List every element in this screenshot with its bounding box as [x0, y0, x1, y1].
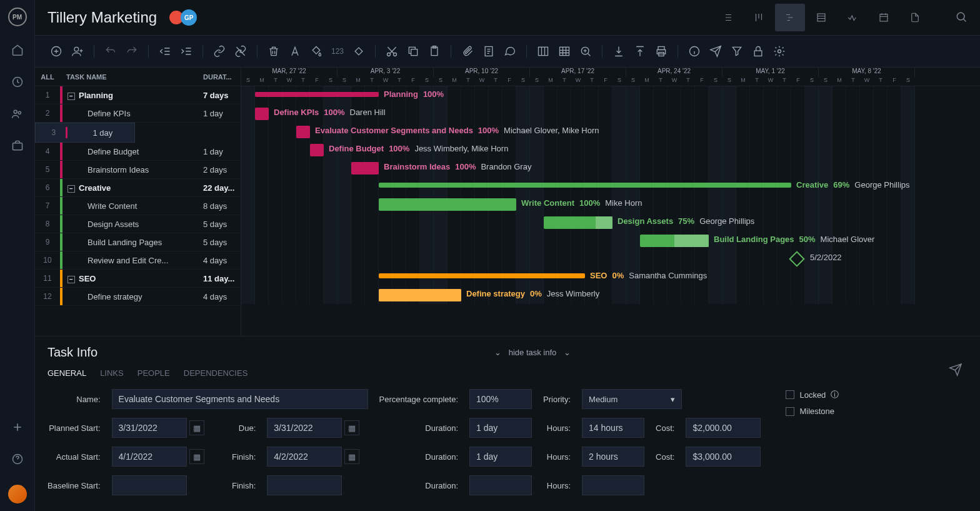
- add-resource-icon[interactable]: [69, 43, 86, 60]
- panel-tab[interactable]: PEOPLE: [138, 368, 170, 378]
- hours-input[interactable]: [582, 418, 644, 438]
- planned-start-label: Planned Start:: [48, 423, 101, 433]
- import-icon[interactable]: [610, 43, 628, 60]
- duration2-input[interactable]: [469, 447, 532, 467]
- undo-icon[interactable]: [102, 43, 119, 60]
- baseline-finish-input[interactable]: [267, 475, 342, 495]
- col-all[interactable]: ALL: [35, 73, 60, 81]
- milestone-checkbox[interactable]: Milestone: [786, 407, 834, 416]
- left-rail: PM: [0, 0, 35, 511]
- hours2-input[interactable]: [582, 447, 644, 467]
- cost2-input[interactable]: [686, 447, 761, 467]
- locked-checkbox[interactable]: Locked ⓘ: [786, 389, 839, 400]
- info-icon[interactable]: [686, 43, 703, 60]
- calendar-icon[interactable]: ▦: [189, 420, 204, 435]
- zoom-icon[interactable]: [577, 43, 594, 60]
- app-logo[interactable]: PM: [8, 8, 27, 26]
- user-avatar[interactable]: [8, 485, 27, 503]
- due-input[interactable]: [267, 418, 342, 438]
- view-files-icon[interactable]: [900, 4, 930, 31]
- task-row[interactable]: 9 Build Landing Pages 5 days: [35, 233, 241, 251]
- milestone-icon[interactable]: [350, 43, 368, 60]
- task-row[interactable]: 4 Define Budget 1 day: [35, 143, 241, 161]
- actual-start-label: Actual Start:: [48, 452, 101, 462]
- recent-icon[interactable]: [11, 76, 24, 90]
- lock-icon[interactable]: [749, 43, 767, 60]
- task-row[interactable]: 10 Review and Edit Cre... 4 days: [35, 251, 241, 270]
- redo-icon[interactable]: [123, 43, 141, 60]
- pct-input[interactable]: [469, 389, 532, 409]
- font-icon[interactable]: [286, 43, 304, 60]
- task-row[interactable]: 11 −SEO 11 day...: [35, 270, 241, 288]
- cost-input[interactable]: [686, 418, 761, 438]
- hide-task-info[interactable]: ⌄ hide task info ⌄: [494, 348, 571, 357]
- send-icon[interactable]: [707, 43, 724, 60]
- svg-rect-20: [658, 47, 664, 50]
- priority-select[interactable]: Medium▾: [582, 389, 682, 409]
- panel-tab[interactable]: DEPENDENCIES: [184, 368, 248, 378]
- calendar-icon[interactable]: ▦: [344, 420, 359, 435]
- calendar-icon[interactable]: ▦: [344, 449, 359, 464]
- home-icon[interactable]: [11, 44, 24, 58]
- copy-icon[interactable]: [404, 43, 422, 60]
- due-label: Due:: [224, 423, 256, 433]
- collaborator-avatars[interactable]: GP: [168, 9, 197, 26]
- name-input[interactable]: [112, 389, 368, 409]
- actual-start-input[interactable]: [112, 447, 187, 467]
- hours-label: Hours:: [543, 423, 571, 433]
- delete-icon[interactable]: [265, 43, 282, 60]
- unlink-icon[interactable]: [232, 43, 249, 60]
- export-icon[interactable]: [631, 43, 649, 60]
- planned-start-input[interactable]: [112, 418, 187, 438]
- baseline-duration-input[interactable]: [469, 475, 532, 495]
- gantt-chart[interactable]: MAR, 27 '22APR, 3 '22APR, 10 '22APR, 17 …: [241, 68, 980, 336]
- baseline-hours-input[interactable]: [582, 475, 644, 495]
- panel-tab[interactable]: GENERAL: [48, 368, 86, 378]
- filter-icon[interactable]: [728, 43, 746, 60]
- add-task-icon[interactable]: [48, 43, 65, 60]
- settings-icon[interactable]: [771, 43, 788, 60]
- cut-icon[interactable]: [383, 43, 401, 60]
- attach-icon[interactable]: [459, 43, 476, 60]
- print-icon[interactable]: [652, 43, 670, 60]
- view-list-icon[interactable]: [712, 4, 742, 31]
- task-row[interactable]: 3 Evaluate Customer ... 1 day: [35, 123, 135, 143]
- view-gantt-icon[interactable]: [775, 4, 805, 31]
- projects-icon[interactable]: [11, 139, 24, 154]
- add-icon[interactable]: [11, 421, 24, 435]
- fill-icon[interactable]: [308, 43, 325, 60]
- task-row[interactable]: 1 −Planning 7 days: [35, 86, 241, 104]
- col-name[interactable]: TASK NAME: [60, 73, 203, 81]
- task-row[interactable]: 12 Define strategy 4 days: [35, 288, 241, 306]
- task-row[interactable]: 5 Brainstorm Ideas 2 days: [35, 161, 241, 179]
- task-row[interactable]: 8 Design Assets 5 days: [35, 215, 241, 233]
- outdent-icon[interactable]: [156, 43, 174, 60]
- grid-icon[interactable]: [556, 43, 573, 60]
- team-icon[interactable]: [11, 108, 24, 122]
- paste-icon[interactable]: [426, 43, 443, 60]
- calendar-icon[interactable]: ▦: [189, 449, 204, 464]
- panel-tab[interactable]: LINKS: [100, 368, 124, 378]
- task-row[interactable]: 2 Define KPIs 1 day: [35, 104, 241, 123]
- link-icon[interactable]: [211, 43, 228, 60]
- task-row[interactable]: 7 Write Content 8 days: [35, 197, 241, 215]
- send-task-icon[interactable]: [949, 363, 962, 378]
- columns-icon[interactable]: [534, 43, 552, 60]
- view-sheet-icon[interactable]: [806, 4, 836, 31]
- view-calendar-icon[interactable]: [869, 4, 899, 31]
- note-icon[interactable]: [480, 43, 498, 60]
- view-workload-icon[interactable]: [838, 4, 868, 31]
- col-duration[interactable]: DURAT...: [203, 73, 241, 81]
- help-icon[interactable]: [11, 453, 24, 467]
- duration-input[interactable]: [469, 418, 532, 438]
- comment-icon[interactable]: [501, 43, 519, 60]
- task-row[interactable]: 6 −Creative 22 day...: [35, 179, 241, 197]
- search-icon[interactable]: [955, 11, 968, 25]
- baseline-start-input[interactable]: [112, 475, 187, 495]
- svg-rect-24: [754, 51, 762, 56]
- info-icon[interactable]: ⓘ: [831, 389, 839, 400]
- indent-icon[interactable]: [178, 43, 195, 60]
- task-grid: ALL TASK NAME DURAT... 1 −Planning 7 day…: [35, 68, 241, 336]
- view-board-icon[interactable]: [744, 4, 774, 31]
- finish-input[interactable]: [267, 447, 342, 467]
